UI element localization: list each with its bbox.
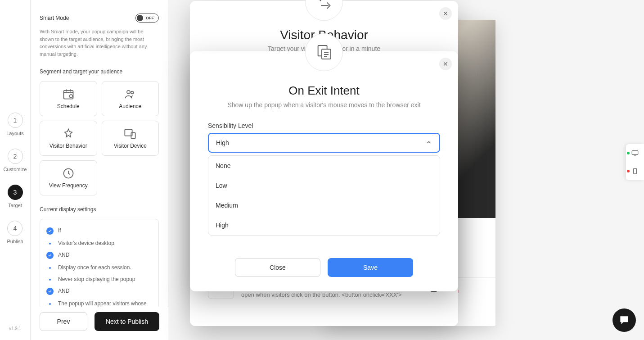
rule-device: Visitor's device desktop, bbox=[46, 240, 152, 246]
nav-step-number: 2 bbox=[8, 149, 23, 164]
segment-card-audience[interactable]: Audience bbox=[102, 81, 159, 116]
segment-card-visitor-device[interactable]: Visitor Device bbox=[102, 121, 159, 156]
rule-if: If bbox=[58, 227, 61, 234]
sensibility-select[interactable]: High bbox=[208, 133, 440, 153]
exit-modal-title: On Exit Intent bbox=[208, 84, 440, 98]
check-icon bbox=[46, 288, 54, 295]
nav-step-label: Publish bbox=[7, 239, 23, 244]
side-panel: Smart Mode OFF With Smart mode, your pop… bbox=[31, 0, 168, 340]
segment-card-schedule[interactable]: Schedule bbox=[40, 81, 97, 116]
prev-button[interactable]: Prev bbox=[40, 312, 87, 331]
sensibility-dropdown: None Low Medium High bbox=[208, 155, 440, 236]
nav-step-publish[interactable]: 4 Publish bbox=[7, 221, 23, 244]
segment-card-label: Visitor Device bbox=[114, 143, 147, 149]
desktop-icon bbox=[630, 150, 639, 157]
nav-step-label: Customize bbox=[4, 167, 27, 172]
select-value: High bbox=[216, 139, 229, 146]
chevron-up-icon bbox=[426, 139, 432, 147]
sensibility-label: Sensibility Level bbox=[208, 122, 440, 129]
rule-display-once: Display once for each session. bbox=[46, 264, 152, 271]
clock-icon bbox=[61, 167, 76, 180]
option-none[interactable]: None bbox=[208, 156, 440, 176]
svg-point-2 bbox=[127, 91, 130, 94]
close-button[interactable]: Close bbox=[235, 258, 320, 277]
nav-step-number: 1 bbox=[8, 113, 23, 128]
rule-and: AND bbox=[58, 288, 69, 294]
toggle-state: OFF bbox=[146, 16, 154, 20]
nav-step-layouts[interactable]: 1 Layouts bbox=[6, 113, 24, 136]
mobile-icon bbox=[632, 167, 638, 176]
nav-step-label: Layouts bbox=[6, 131, 24, 136]
segment-heading: Segment and target your audience bbox=[40, 68, 159, 75]
check-icon bbox=[46, 252, 54, 259]
chat-icon bbox=[618, 314, 630, 326]
segment-card-label: Audience bbox=[119, 103, 141, 109]
smart-mode-toggle[interactable]: OFF bbox=[135, 14, 159, 23]
check-icon bbox=[46, 227, 54, 235]
on-exit-intent-modal: ✕ On Exit Intent Show up the popup when … bbox=[190, 51, 458, 291]
status-dot-red bbox=[627, 170, 630, 172]
device-switcher bbox=[626, 144, 644, 180]
svg-rect-8 bbox=[634, 168, 637, 174]
nav-step-number: 4 bbox=[7, 221, 23, 236]
display-settings-heading: Current display settings bbox=[40, 206, 159, 213]
toggle-knob bbox=[137, 15, 143, 21]
segment-card-label: View Frequency bbox=[49, 182, 88, 189]
version-label: v1.9.1 bbox=[9, 326, 21, 331]
next-button[interactable]: Next to Publish bbox=[95, 312, 159, 331]
footer-buttons: Prev Next to Publish bbox=[31, 307, 168, 340]
svg-point-3 bbox=[131, 91, 134, 94]
nav-step-target[interactable]: 3 Target bbox=[8, 185, 23, 208]
smart-mode-label: Smart Mode bbox=[40, 15, 69, 21]
rule-never-stop: Never stop displaying the popup bbox=[46, 276, 152, 282]
nav-step-customize[interactable]: 2 Customize bbox=[4, 149, 27, 172]
audience-icon bbox=[123, 88, 137, 100]
svg-point-1 bbox=[69, 95, 72, 98]
option-high[interactable]: High bbox=[208, 215, 440, 235]
segment-card-label: Schedule bbox=[57, 103, 80, 109]
smart-mode-description: With Smart mode, your popup campaign wil… bbox=[40, 28, 159, 58]
segment-card-label: Visitor Behavior bbox=[50, 143, 87, 149]
star-icon bbox=[61, 127, 76, 140]
save-button[interactable]: Save bbox=[328, 258, 413, 277]
nav-step-label: Target bbox=[8, 203, 22, 208]
device-mobile[interactable] bbox=[626, 162, 644, 180]
segment-card-visitor-behavior[interactable]: Visitor Behavior bbox=[40, 121, 97, 156]
option-low[interactable]: Low bbox=[208, 176, 440, 195]
device-desktop[interactable] bbox=[626, 144, 644, 162]
nav-step-number: 3 bbox=[8, 185, 23, 200]
option-medium[interactable]: Medium bbox=[208, 195, 440, 215]
svg-rect-7 bbox=[632, 151, 638, 155]
segment-card-view-frequency[interactable]: View Frequency bbox=[40, 160, 97, 195]
chat-bubble[interactable] bbox=[612, 308, 636, 332]
exit-modal-subtitle: Show up the popup when a visitor's mouse… bbox=[208, 101, 440, 109]
nav-rail: 1 Layouts 2 Customize 3 Target 4 Publish… bbox=[0, 0, 31, 340]
calendar-icon bbox=[61, 88, 76, 100]
device-icon bbox=[123, 127, 137, 140]
rule-and: AND bbox=[58, 252, 69, 258]
status-dot-green bbox=[627, 152, 630, 154]
